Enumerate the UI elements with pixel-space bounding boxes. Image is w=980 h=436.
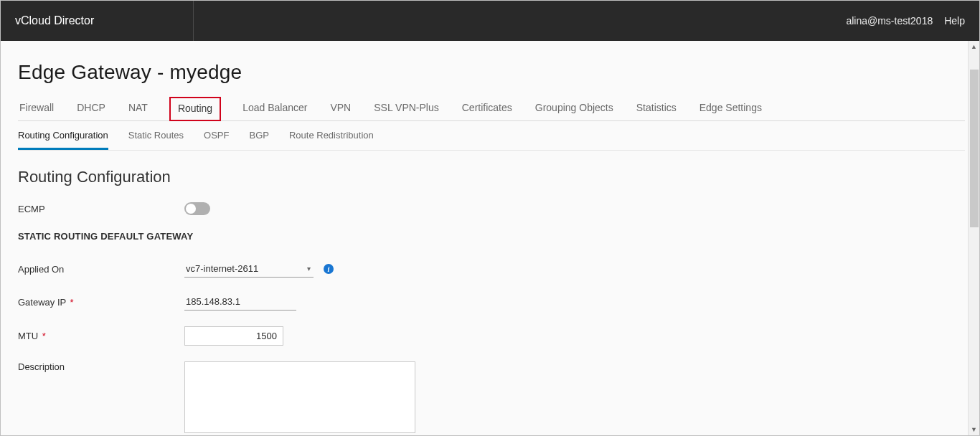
gateway-ip-label: Gateway IP *	[18, 297, 184, 308]
subtab-route-redistribution[interactable]: Route Redistribution	[289, 121, 374, 150]
applied-on-select-wrap: vc7-internet-2611 ▾ i	[184, 260, 334, 278]
scroll-thumb[interactable]	[970, 70, 979, 227]
tab-grouping-objects[interactable]: Grouping Objects	[534, 98, 615, 120]
vertical-scrollbar[interactable]: ▲ ▼	[968, 41, 979, 435]
scroll-up-arrow-icon[interactable]: ▲	[969, 41, 979, 52]
scroll-down-arrow-icon[interactable]: ▼	[969, 424, 979, 435]
tab-statistics[interactable]: Statistics	[635, 98, 678, 120]
tab-routing[interactable]: Routing	[169, 97, 221, 121]
top-bar: vCloud Director alina@ms-test2018 Help	[1, 1, 979, 41]
static-routing-header: STATIC ROUTING DEFAULT GATEWAY	[18, 231, 965, 242]
tab-vpn[interactable]: VPN	[329, 98, 352, 120]
tabs-secondary: Routing Configuration Static Routes OSPF…	[18, 121, 965, 151]
app-title: vCloud Director	[15, 14, 94, 27]
section-area: Routing Configuration ECMP STATIC ROUTIN…	[18, 151, 965, 433]
row-description: Description	[18, 361, 965, 433]
row-ecmp: ECMP	[18, 202, 965, 215]
subtab-bgp[interactable]: BGP	[249, 121, 268, 150]
gateway-ip-label-text: Gateway IP	[18, 297, 66, 308]
gateway-ip-input[interactable]	[184, 293, 296, 311]
tab-ssl-vpn-plus[interactable]: SSL VPN-Plus	[372, 98, 440, 120]
mtu-input[interactable]	[184, 326, 283, 346]
description-label: Description	[18, 361, 184, 372]
applied-on-select[interactable]: vc7-internet-2611	[184, 260, 314, 278]
tab-edge-settings[interactable]: Edge Settings	[698, 98, 763, 120]
applied-on-select-container: vc7-internet-2611 ▾	[184, 260, 314, 278]
toggle-knob-icon	[186, 204, 196, 214]
subtab-ospf[interactable]: OSPF	[204, 121, 229, 150]
required-marker: *	[70, 297, 74, 308]
app-window: vCloud Director alina@ms-test2018 Help E…	[0, 0, 980, 436]
top-bar-divider	[193, 1, 194, 41]
description-textarea[interactable]	[184, 361, 415, 433]
section-title: Routing Configuration	[18, 168, 965, 186]
required-marker: *	[42, 331, 46, 341]
info-icon[interactable]: i	[324, 264, 334, 274]
subtab-routing-configuration[interactable]: Routing Configuration	[18, 121, 108, 150]
page-title: Edge Gateway - myedge	[18, 61, 965, 84]
subtab-static-routes[interactable]: Static Routes	[128, 121, 184, 150]
top-bar-left: vCloud Director	[15, 1, 94, 41]
row-gateway-ip: Gateway IP *	[18, 293, 965, 311]
tab-nat[interactable]: NAT	[127, 98, 149, 120]
content-area: Edge Gateway - myedge Firewall DHCP NAT …	[1, 41, 979, 435]
tab-certificates[interactable]: Certificates	[461, 98, 514, 120]
tab-firewall[interactable]: Firewall	[18, 98, 55, 120]
top-bar-right: alina@ms-test2018 Help	[846, 15, 965, 27]
applied-on-label: Applied On	[18, 264, 184, 275]
user-label[interactable]: alina@ms-test2018	[846, 15, 933, 27]
tab-dhcp[interactable]: DHCP	[75, 98, 107, 120]
tabs-primary: Firewall DHCP NAT Routing Load Balancer …	[18, 97, 965, 121]
row-applied-on: Applied On vc7-internet-2611 ▾ i	[18, 260, 965, 278]
ecmp-label: ECMP	[18, 204, 184, 214]
ecmp-toggle[interactable]	[184, 202, 210, 215]
mtu-label-text: MTU	[18, 331, 38, 341]
tab-load-balancer[interactable]: Load Balancer	[241, 98, 308, 120]
row-mtu: MTU *	[18, 326, 965, 346]
mtu-label: MTU *	[18, 331, 184, 341]
help-link[interactable]: Help	[944, 15, 965, 27]
